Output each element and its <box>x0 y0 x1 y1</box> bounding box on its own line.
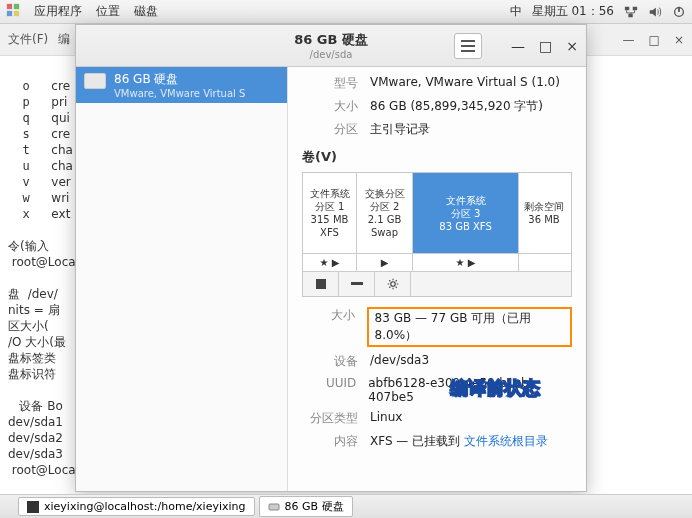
value-model: VMware, VMware Virtual S (1.0) <box>370 75 560 92</box>
close-button[interactable]: × <box>566 38 578 54</box>
svg-rect-11 <box>461 50 475 52</box>
value-vol-size: 83 GB — 77 GB 可用（已用 8.0%） <box>367 307 572 347</box>
hamburger-menu-button[interactable] <box>454 33 482 59</box>
activities-icon <box>6 3 20 20</box>
more-options-button[interactable] <box>375 272 411 296</box>
value-size: 86 GB (85,899,345,920 字节) <box>370 98 543 115</box>
sidebar-disk-title: 86 GB 硬盘 <box>114 71 245 88</box>
svg-rect-15 <box>269 504 279 510</box>
menu-places[interactable]: 位置 <box>96 3 120 20</box>
volume-actions <box>303 271 571 296</box>
maximize-button[interactable]: □ <box>539 38 552 54</box>
top-menubar: 应用程序 位置 磁盘 中 星期五 01：56 <box>0 0 692 24</box>
volume-segment[interactable]: 剩余空间36 MB <box>519 173 569 253</box>
value-ptype: Linux <box>370 410 402 427</box>
volume-starbar: ★ ▶▶★ ▶ <box>303 253 571 271</box>
disks-window: 86 GB 硬盘 /dev/sda — □ × 86 GB 硬盘 VMware,… <box>75 24 587 492</box>
disk-detail-pane: 型号VMware, VMware Virtual S (1.0) 大小86 GB… <box>288 67 586 491</box>
svg-rect-4 <box>625 6 629 10</box>
mount-point-link[interactable]: 文件系统根目录 <box>464 434 548 448</box>
bg-minimize-icon[interactable]: — <box>623 33 635 47</box>
menu-applications[interactable]: 应用程序 <box>34 3 82 20</box>
bg-menu-file[interactable]: 文件(F) <box>8 31 48 48</box>
network-icon[interactable] <box>624 5 638 19</box>
highlighted-usage: 83 GB — 77 GB 可用（已用 8.0%） <box>367 307 572 347</box>
minimize-button[interactable]: — <box>511 38 525 54</box>
sidebar-disk-subtitle: VMware, VMware Virtual S <box>114 88 245 99</box>
taskbar-item-label: xieyixing@localhost:/home/xieyixing <box>44 500 246 513</box>
volumes-box: 文件系统分区 1315 MB XFS交换分区分区 22.1 GB Swap文件系… <box>302 172 572 297</box>
value-content: XFS — 已挂载到 文件系统根目录 <box>370 433 548 450</box>
input-method-indicator[interactable]: 中 <box>510 3 522 20</box>
volume-segment[interactable]: 文件系统分区 1315 MB XFS <box>303 173 357 253</box>
volume-segment[interactable]: 文件系统分区 383 GB XFS <box>413 173 519 253</box>
label-size: 大小 <box>302 98 358 115</box>
svg-rect-3 <box>14 11 19 16</box>
volumes-heading: 卷(V) <box>302 148 572 166</box>
svg-rect-8 <box>678 6 680 11</box>
disks-sidebar: 86 GB 硬盘 VMware, VMware Virtual S <box>76 67 288 491</box>
svg-rect-1 <box>14 4 19 9</box>
harddisk-icon <box>84 73 106 89</box>
label-ptype: 分区类型 <box>302 410 358 427</box>
hamburger-icon <box>461 40 475 52</box>
svg-rect-12 <box>316 279 326 289</box>
svg-rect-0 <box>7 4 12 9</box>
power-icon[interactable] <box>672 5 686 19</box>
window-title: 86 GB 硬盘 <box>76 31 586 49</box>
volume-icon[interactable] <box>648 5 662 19</box>
volume-indicator <box>519 254 569 271</box>
stop-mount-button[interactable] <box>303 272 339 296</box>
bottom-taskbar: xieyixing@localhost:/home/xieyixing 86 G… <box>0 494 692 518</box>
volume-indicator: ★ ▶ <box>303 254 357 271</box>
disks-titlebar: 86 GB 硬盘 /dev/sda — □ × <box>76 25 586 67</box>
disk-icon <box>268 501 280 513</box>
clock[interactable]: 星期五 01：56 <box>532 3 614 20</box>
volume-segment[interactable]: 交换分区分区 22.1 GB Swap <box>357 173 413 253</box>
terminal-icon <box>27 501 39 513</box>
svg-rect-9 <box>461 40 475 42</box>
value-uuid: abfb6128-e309-4e59-b1cb-407be5 <box>368 376 572 404</box>
bg-menu-edit[interactable]: 编 <box>58 31 70 48</box>
label-model: 型号 <box>302 75 358 92</box>
bg-close-icon[interactable]: × <box>674 33 684 47</box>
svg-rect-10 <box>461 45 475 47</box>
volume-indicator: ▶ <box>357 254 413 271</box>
svg-rect-2 <box>7 11 12 16</box>
bg-maximize-icon[interactable]: □ <box>649 33 660 47</box>
volume-indicator: ★ ▶ <box>413 254 519 271</box>
delete-partition-button[interactable] <box>339 272 375 296</box>
svg-point-14 <box>390 282 395 287</box>
volume-strip: 文件系统分区 1315 MB XFS交换分区分区 22.1 GB Swap文件系… <box>303 173 571 253</box>
window-subtitle: /dev/sda <box>76 49 586 60</box>
value-partitioning: 主引导记录 <box>370 121 430 138</box>
svg-rect-13 <box>351 282 363 285</box>
gear-icon <box>387 278 399 290</box>
label-partitioning: 分区 <box>302 121 358 138</box>
label-device: 设备 <box>302 353 358 370</box>
value-device: /dev/sda3 <box>370 353 429 370</box>
taskbar-item-terminal[interactable]: xieyixing@localhost:/home/xieyixing <box>18 497 255 516</box>
label-uuid: UUID <box>302 376 356 404</box>
sidebar-disk-item[interactable]: 86 GB 硬盘 VMware, VMware Virtual S <box>76 67 287 103</box>
taskbar-item-label: 86 GB 硬盘 <box>285 499 344 514</box>
svg-rect-5 <box>633 6 637 10</box>
menu-disks[interactable]: 磁盘 <box>134 3 158 20</box>
taskbar-item-disks[interactable]: 86 GB 硬盘 <box>259 496 353 517</box>
label-content: 内容 <box>302 433 358 450</box>
label-vol-size: 大小 <box>302 307 355 347</box>
